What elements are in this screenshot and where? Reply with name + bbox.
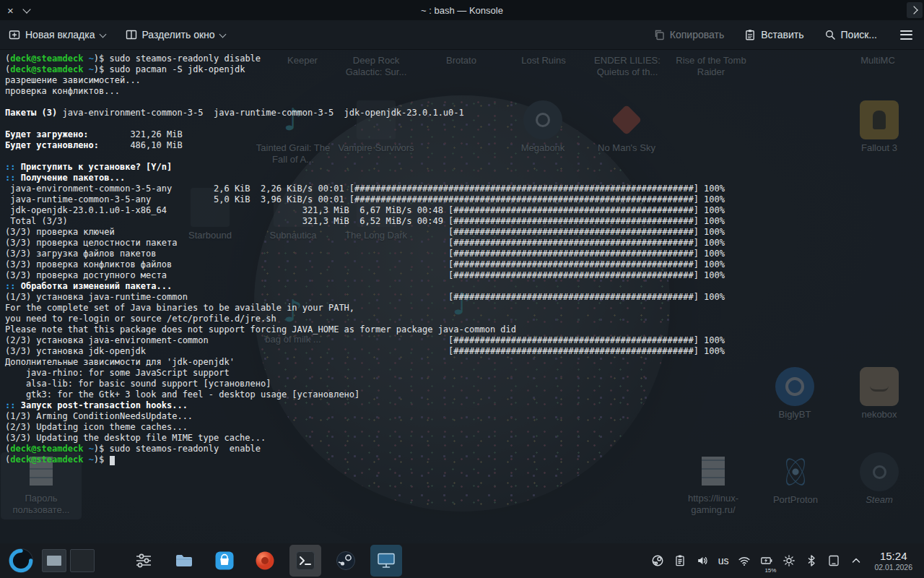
search-button[interactable]: Поиск...	[824, 29, 877, 40]
bluetooth-tray-icon[interactable]	[805, 554, 818, 567]
terminal-text: (3/3) проверка ключей	[5, 227, 115, 237]
terminal-text: (1/3) Arming ConditionNeedsUpdate...	[5, 411, 193, 421]
terminal-text: 5,0 KiB 3,96 KiB/s 00:01	[151, 194, 349, 204]
terminal-text: (3/3) Updating the desktop file MIME typ…	[5, 433, 266, 443]
keyboard-layout-indicator[interactable]: us	[718, 555, 729, 566]
terminal-text: разрешение зависимостей...	[5, 75, 141, 85]
terminal-line: (3/3) проверка целостности пакета [#####…	[5, 238, 924, 249]
wifi-tray-icon[interactable]	[738, 554, 751, 567]
terminal-line: Будет загружено: 321,26 MiB	[5, 129, 924, 140]
copy-icon	[653, 29, 665, 40]
terminal-line: alsa-lib: for basic sound support [устан…	[5, 379, 924, 389]
terminal-line: (3/3) проверка ключей [#################…	[5, 227, 924, 238]
clipboard-tray-icon[interactable]	[674, 554, 687, 567]
new-tab-icon	[9, 29, 20, 40]
task-konsole[interactable]	[289, 545, 321, 577]
terminal-text: ::	[5, 281, 21, 291]
clock-time: 15:24	[874, 550, 912, 562]
task-file-manager[interactable]	[168, 545, 200, 577]
paste-label: Вставить	[761, 29, 803, 40]
terminal-text: alsa-lib: for basic sound support [устан…	[5, 379, 271, 389]
discover-bag-icon	[214, 551, 235, 571]
volume-tray-icon[interactable]	[696, 554, 709, 567]
chevron-right-icon	[910, 6, 918, 14]
terminal-text: 321,26 MiB	[89, 129, 183, 139]
terminal-text: 2,6 KiB 2,26 KiB/s 00:01	[172, 184, 349, 194]
terminal-line: Please note that this package does not s…	[5, 324, 924, 335]
terminal-text: Приступить к установке? [Y/n]	[21, 162, 178, 172]
virtual-desktop-2[interactable]	[70, 549, 95, 572]
terminal-text: [#######################################…	[167, 270, 725, 280]
task-steam[interactable]	[330, 545, 362, 577]
clock[interactable]: 15:24 02.01.2026	[874, 550, 912, 571]
terminal-text: Дополнительные зависимости для 'jdk-open…	[5, 357, 235, 367]
app-launcher-button[interactable]	[7, 547, 35, 574]
launcher-icon	[7, 547, 35, 574]
konsole-icon	[295, 551, 315, 571]
task-manager	[128, 545, 402, 577]
virtual-desktop-1[interactable]	[42, 549, 66, 572]
chevron-down-icon	[99, 30, 106, 38]
terminal-text: (2/3) Updating icon theme caches...	[5, 422, 188, 432]
terminal-text: sudo steamos-readonly disable	[110, 53, 261, 64]
terminal-text: [#######################################…	[172, 259, 725, 269]
terminal-text: [#######################################…	[209, 335, 725, 345]
task-screen-capture[interactable]	[370, 545, 402, 577]
terminal-line: (3/3) проверка конфликтов файлов [######…	[5, 259, 924, 270]
terminal-text: Будет установлено:	[5, 140, 99, 150]
terminal-text: [#######################################…	[349, 184, 725, 194]
terminal-text: deck@steamdeck	[10, 64, 83, 74]
task-browser[interactable]	[249, 545, 281, 577]
paste-button[interactable]: Вставить	[744, 29, 803, 40]
terminal-output[interactable]: (deck@steamdeck ~)$ sudo steamos-readonl…	[0, 50, 924, 543]
chevron-down-icon[interactable]	[22, 5, 30, 13]
panel-edge-button[interactable]	[907, 2, 923, 18]
terminal-text: )$	[94, 64, 110, 74]
terminal-line: :: Запуск post-transaction hooks...	[5, 400, 924, 411]
terminal-line: (1/3) Arming ConditionNeedsUpdate...	[5, 411, 924, 422]
terminal-text: 321,3 MiB 6,67 MiB/s 00:48	[167, 205, 448, 215]
terminal-line: gtk3: for the Gtk+ 3 look and feel - des…	[5, 389, 924, 400]
new-tab-button[interactable]: Новая вкладка	[9, 29, 105, 40]
copy-button[interactable]: Копировать	[653, 29, 724, 40]
terminal-line: (3/3) установка jdk-openjdk [###########…	[5, 346, 924, 357]
terminal-line: Пакеты (3) java-environment-common-3-5 j…	[5, 108, 924, 118]
task-discover[interactable]	[209, 545, 240, 577]
terminal-text: [#######################################…	[349, 194, 725, 204]
touch-mode-tray-icon[interactable]	[827, 554, 840, 567]
task-system-settings[interactable]	[128, 545, 160, 577]
terminal-line: (2/3) Updating icon theme caches...	[5, 422, 924, 433]
taskbar: us 15%	[0, 543, 924, 578]
terminal-line: java-rhino: for some JavaScript support	[5, 368, 924, 379]
virtual-desktop-pager[interactable]	[42, 549, 95, 572]
terminal-line	[5, 97, 924, 108]
search-icon	[824, 29, 836, 40]
brightness-tray-icon[interactable]	[783, 554, 796, 567]
terminal-text: Пакеты (3)	[5, 108, 57, 118]
terminal-line: :: Приступить к установке? [Y/n]	[5, 162, 924, 173]
terminal-text: sudo steamos-readonly enable	[110, 444, 261, 454]
terminal-text: Обработка изменений пакета...	[21, 281, 173, 291]
terminal-text: (1/3) установка java-runtime-common	[5, 292, 188, 302]
terminal-text: [#######################################…	[157, 249, 725, 259]
titlebar[interactable]: × ~ : bash — Konsole	[0, 0, 924, 20]
steam-tray-icon[interactable]	[651, 554, 664, 567]
terminal-text: )$	[94, 53, 110, 64]
expand-tray-icon[interactable]	[850, 554, 863, 567]
terminal-text: ~	[89, 444, 94, 454]
battery-tray-icon[interactable]: 15%	[760, 554, 773, 567]
split-window-button[interactable]: Разделить окно	[126, 29, 225, 40]
close-icon[interactable]: ×	[7, 5, 14, 16]
terminal-line: you need to re-login or source /etc/prof…	[5, 314, 924, 324]
terminal-line: разрешение зависимостей...	[5, 75, 924, 86]
menu-button[interactable]	[897, 27, 915, 43]
terminal-line: (deck@steamdeck ~)$	[5, 454, 924, 465]
toolbar: Новая вкладка Разделить окно Копировать	[0, 20, 924, 50]
terminal-text: 486,10 MiB	[99, 140, 183, 150]
terminal-text: Please note that this package does not s…	[5, 324, 516, 335]
terminal-text: [#######################################…	[448, 216, 725, 226]
terminal-line: проверка конфликтов...	[5, 86, 924, 97]
new-tab-label: Новая вкладка	[25, 29, 95, 40]
terminal-line: (2/3) установка java-environment-common …	[5, 335, 924, 346]
terminal-text: (3/3) установка jdk-openjdk	[5, 346, 146, 356]
